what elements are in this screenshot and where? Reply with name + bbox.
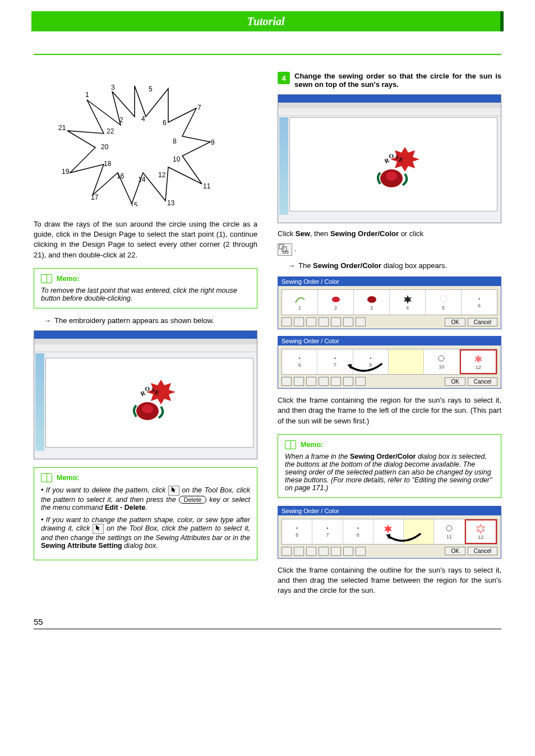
cancel-button[interactable]: Cancel [468, 318, 497, 326]
dialog-tool-button[interactable] [331, 547, 341, 556]
step-text: Change the sewing order so that the circ… [294, 72, 501, 89]
rose-artwork: ROSE [122, 376, 178, 429]
svg-text:17: 17 [91, 193, 99, 201]
svg-marker-37 [474, 354, 482, 363]
dialog-titlebar: Sewing Order / Color [278, 277, 501, 286]
dialog-tool-button[interactable] [356, 317, 366, 326]
frame-cell[interactable]: 10 [424, 349, 459, 374]
svg-marker-0 [67, 86, 210, 204]
svg-text:1: 1 [85, 91, 89, 99]
sew-bold: Sew [296, 229, 310, 238]
memo-box-1: Memo: To remove the last point that was … [34, 268, 257, 308]
memo-bullet-2: If you want to change the pattern shape,… [41, 516, 250, 550]
step-4-row: 4 Change the sewing order so that the ci… [278, 72, 501, 89]
n: 10 [439, 364, 444, 370]
window-titlebar [278, 95, 501, 103]
svg-point-33 [367, 296, 376, 303]
dialog-tool-button[interactable] [356, 377, 366, 386]
dialog-tool-button[interactable] [282, 317, 292, 326]
dialog-name-bold: Sewing Order/Color [350, 453, 416, 460]
svg-text:9: 9 [211, 139, 215, 146]
drag-arrow-icon [347, 362, 384, 373]
sewing-order-dialog-3: Sewing Order / Color •6 •7 •8 9 11 12 [278, 506, 501, 559]
sewing-order-dialog-1: Sewing Order / Color 1 2 3 4 5 •6 [278, 276, 501, 329]
pointer-tool-icon [93, 524, 104, 534]
design-canvas: ROSE [45, 358, 253, 448]
frame-cell-insert-marker[interactable] [389, 349, 424, 374]
frame-cell[interactable]: •7 [312, 519, 343, 544]
dialog-tool-button[interactable] [294, 547, 304, 556]
dialog-tool-button[interactable] [331, 317, 341, 326]
frame-cell[interactable]: •6 [282, 519, 312, 544]
ok-button[interactable]: OK [445, 318, 465, 326]
frame-cell[interactable]: 4 [390, 290, 426, 315]
svg-text:11: 11 [203, 182, 211, 190]
final-instruction: Click the frame containing the outline f… [278, 565, 501, 596]
dialog-tool-button[interactable] [356, 547, 366, 556]
svg-text:3: 3 [111, 84, 115, 91]
step-number-badge: 4 [278, 72, 290, 84]
dialog-body: •6 •7 •8 9 11 12 [278, 515, 501, 558]
sewing-attr-bold: Sewing Attribute Setting [41, 542, 122, 550]
frame-cell[interactable]: 3 [354, 290, 390, 315]
svg-text:8: 8 [173, 137, 177, 145]
window-menubar [34, 339, 257, 344]
intro-paragraph: To draw the rays of the sun around the c… [34, 219, 257, 260]
dialog-titlebar: Sewing Order / Color [278, 336, 501, 345]
window-toolbar [278, 108, 501, 116]
dialog-tool-button[interactable] [343, 547, 353, 556]
svg-text:5: 5 [149, 85, 153, 93]
cancel-button[interactable]: Cancel [468, 377, 497, 386]
ok-button[interactable]: OK [445, 377, 465, 386]
dialog-tool-button[interactable] [294, 317, 304, 326]
t: If you want to delete the pattern, click [46, 486, 168, 494]
frame-cell[interactable]: •8 [343, 519, 373, 544]
svg-point-28 [386, 172, 397, 181]
frame-cell[interactable]: 5 [426, 290, 462, 315]
t: , then [310, 229, 330, 238]
frame-cell-selected[interactable]: 12 [460, 349, 497, 374]
dialog-tool-button[interactable] [343, 377, 353, 386]
svg-marker-38 [347, 364, 352, 369]
dialog-tool-button[interactable] [294, 377, 304, 386]
cancel-button[interactable]: Cancel [468, 547, 497, 555]
svg-marker-34 [404, 295, 412, 304]
dialog-button-row: OK Cancel [282, 547, 497, 556]
svg-point-36 [439, 356, 444, 361]
frame-cell[interactable]: 1 [282, 290, 318, 315]
n: 7 [326, 532, 329, 538]
edit-delete-command: Edit - Delete [105, 504, 145, 511]
dialog-tool-button[interactable] [319, 377, 329, 386]
dialog-tool-button[interactable] [282, 377, 292, 386]
pointer-tool-icon [168, 486, 179, 496]
frame-cell-selected[interactable]: 12 [465, 519, 497, 544]
t: . [145, 504, 147, 511]
dialog-tool-button[interactable] [319, 547, 329, 556]
memo-label: Memo: [57, 275, 79, 283]
frame-cell[interactable]: 2 [318, 290, 354, 315]
memo-bullet-1: If you want to delete the pattern, click… [41, 486, 250, 511]
frame-cell[interactable]: 11 [434, 519, 464, 544]
book-icon [41, 274, 52, 283]
svg-text:13: 13 [167, 199, 175, 206]
svg-marker-42 [386, 534, 390, 539]
dialog-tool-button[interactable] [343, 317, 353, 326]
dialog-tool-button[interactable] [306, 317, 316, 326]
header-band: Tutorial [31, 11, 504, 31]
frame-cell[interactable]: •6 [462, 290, 497, 315]
t: or click [399, 229, 423, 238]
n: 1 [298, 305, 301, 311]
svg-text:4: 4 [141, 115, 145, 123]
dialog-tool-button[interactable] [319, 317, 329, 326]
dialog-tool-button[interactable] [331, 377, 341, 386]
app-screenshot-2: Sewing Order / Color... — ROSE [278, 94, 501, 223]
memo-header: Memo: [285, 440, 494, 449]
svg-text:2: 2 [119, 116, 123, 124]
dialog-tool-button[interactable] [306, 377, 316, 386]
drag-arrow-icon [385, 532, 423, 543]
ok-button[interactable]: OK [445, 547, 465, 555]
frame-cell[interactable]: •6 [282, 349, 317, 374]
svg-text:10: 10 [173, 155, 181, 163]
dialog-tool-button[interactable] [306, 547, 316, 556]
dialog-tool-button[interactable] [282, 547, 292, 556]
